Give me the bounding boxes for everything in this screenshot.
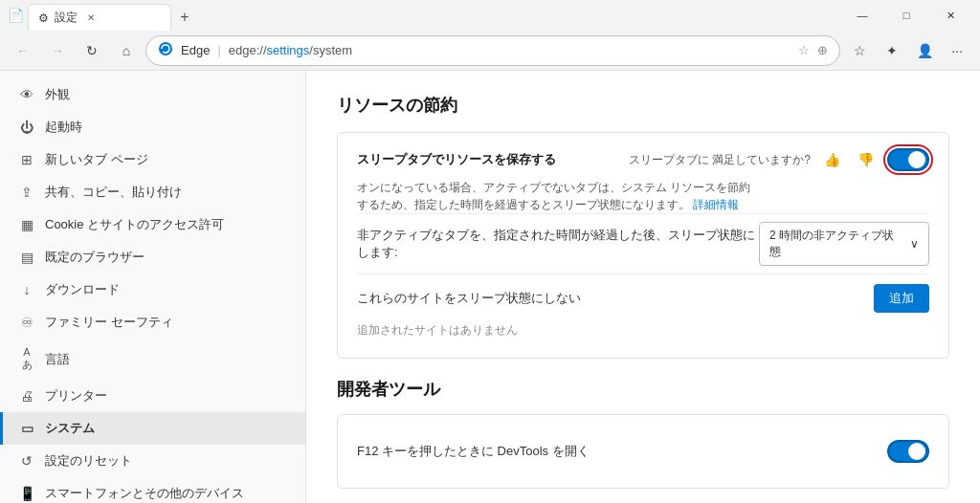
- sidebar-item-family[interactable]: ♾ ファミリー セーフティ: [0, 306, 305, 339]
- thumbs-up-button[interactable]: 👍: [820, 150, 844, 169]
- sidebar-item-smartphone-label: スマートフォンとその他のデバイス: [45, 485, 244, 502]
- thumbs-down-button[interactable]: 👎: [854, 150, 878, 169]
- sidebar-item-smartphone[interactable]: 📱 スマートフォンとその他のデバイス: [0, 477, 305, 503]
- browser-default-icon: ▤: [18, 250, 35, 265]
- back-button[interactable]: ←: [8, 35, 38, 66]
- sidebar-item-appearance-label: 外観: [45, 86, 70, 103]
- address-bar[interactable]: Edge | edge://settings/system ☆ ⊕: [145, 35, 840, 66]
- reset-icon: ↺: [18, 453, 35, 469]
- sidebar-item-newtab[interactable]: ⊞ 新しいタブ ページ: [0, 143, 305, 176]
- inactive-tab-row: 非アクティブなタブを、指定された時間が経過した後、スリープ状態にします: 2 時…: [357, 213, 929, 273]
- address-separator: |: [217, 43, 220, 57]
- navbar: ← → ↻ ⌂ Edge | edge://settings/system ☆ …: [0, 31, 980, 71]
- cookies-icon: ▦: [18, 217, 35, 232]
- newtab-icon: ⊞: [18, 152, 35, 167]
- address-bar-actions: ☆ ⊕: [798, 43, 828, 57]
- sleep-tab-description: オンになっている場合、アクティブでないタブは、システム リソースを節約するため、…: [357, 179, 759, 213]
- sidebar-item-cookies[interactable]: ▦ Cookie とサイトのアクセス許可: [0, 208, 305, 241]
- dropdown-arrow-icon: ∨: [910, 237, 919, 251]
- sidebar-item-appearance[interactable]: 👁 外観: [0, 78, 305, 111]
- forward-button[interactable]: →: [42, 35, 73, 66]
- dev-section-title: 開発者ツール: [337, 378, 949, 401]
- system-icon: ▭: [18, 421, 35, 436]
- devtools-toggle[interactable]: [887, 440, 929, 463]
- svg-point-0: [159, 42, 172, 55]
- sidebar: 👁 外観 ⏻ 起動時 ⊞ 新しいタブ ページ ⇪ 共有、コピー、貼り付け ▦ C…: [0, 71, 306, 503]
- browser-icon: 📄: [8, 8, 24, 23]
- refresh-button[interactable]: ↻: [77, 35, 107, 66]
- home-button[interactable]: ⌂: [111, 35, 142, 66]
- sidebar-item-browser-label: 既定のブラウザー: [45, 249, 145, 266]
- devtools-card: F12 キーを押したときに DevTools を開く: [337, 414, 949, 489]
- inactive-tab-dropdown[interactable]: 2 時間の非アクティブ状態 ∨: [759, 222, 929, 266]
- titlebar: 📄 ⚙ 設定 ✕ + — □ ✕: [0, 0, 980, 31]
- downloads-icon: ↓: [18, 282, 35, 297]
- nav-right-buttons: ☆ ✦ 👤 ···: [844, 35, 972, 66]
- sidebar-item-share-label: 共有、コピー、貼り付け: [45, 184, 182, 201]
- url-display: edge://settings/system: [229, 43, 352, 57]
- sidebar-item-startup[interactable]: ⏻ 起動時: [0, 111, 305, 143]
- active-tab[interactable]: ⚙ 設定 ✕: [28, 4, 171, 31]
- close-button[interactable]: ✕: [928, 0, 972, 31]
- sidebar-item-share[interactable]: ⇪ 共有、コピー、貼り付け: [0, 176, 305, 208]
- tab-bar: ⚙ 設定 ✕ +: [28, 0, 840, 31]
- favorites-icon[interactable]: ☆: [798, 43, 810, 57]
- read-aloud-icon[interactable]: ⊕: [817, 43, 828, 57]
- tab-title: 設定: [55, 10, 78, 26]
- minimize-button[interactable]: —: [840, 0, 884, 31]
- sidebar-item-reset[interactable]: ↺ 設定のリセット: [0, 445, 305, 477]
- inactive-tab-label: 非アクティブなタブを、指定された時間が経過した後、スリープ状態にします:: [357, 227, 759, 261]
- sidebar-item-reset-label: 設定のリセット: [45, 452, 132, 470]
- satisfaction-text: スリープタブに 満足していますか?: [629, 152, 811, 168]
- sleep-tab-header-row: スリープタブでリソースを保存する スリープタブに 満足していますか? 👍 👎: [357, 148, 929, 171]
- appearance-icon: 👁: [18, 87, 35, 102]
- sidebar-item-browser[interactable]: ▤ 既定のブラウザー: [0, 241, 305, 273]
- profile-button[interactable]: 👤: [909, 35, 940, 66]
- edge-label: Edge: [181, 43, 210, 57]
- printer-icon: 🖨: [18, 388, 35, 404]
- startup-icon: ⏻: [18, 120, 35, 135]
- sidebar-item-printer[interactable]: 🖨 プリンター: [0, 380, 305, 412]
- sleep-tab-controls: スリープタブに 満足していますか? 👍 👎: [629, 148, 929, 171]
- language-icon: Aあ: [18, 346, 35, 372]
- resource-section-title: リソースの節約: [337, 94, 949, 117]
- sidebar-item-family-label: ファミリー セーフティ: [45, 314, 173, 331]
- sleep-tab-title: スリープタブでリソースを保存する: [357, 151, 556, 168]
- sidebar-item-startup-label: 起動時: [45, 119, 82, 136]
- content-area: リソースの節約 スリープタブでリソースを保存する スリープタブに 満足しています…: [306, 71, 980, 503]
- devtools-row: F12 キーを押したときに DevTools を開く: [357, 430, 929, 472]
- details-link[interactable]: 詳細情報: [693, 198, 739, 211]
- tab-icon: ⚙: [38, 11, 49, 25]
- tab-close-button[interactable]: ✕: [83, 11, 99, 26]
- sidebar-item-printer-label: プリンター: [45, 387, 107, 405]
- family-icon: ♾: [18, 315, 35, 330]
- share-icon: ⇪: [18, 185, 35, 200]
- new-tab-button[interactable]: +: [171, 4, 198, 31]
- maximize-button[interactable]: □: [884, 0, 928, 31]
- main-layout: 👁 外観 ⏻ 起動時 ⊞ 新しいタブ ページ ⇪ 共有、コピー、貼り付け ▦ C…: [0, 71, 980, 503]
- sleep-tab-toggle[interactable]: [887, 148, 929, 171]
- sidebar-item-cookies-label: Cookie とサイトのアクセス許可: [45, 216, 224, 233]
- sites-row: これらのサイトをスリープ状態にしない 追加: [357, 273, 929, 318]
- smartphone-icon: 📱: [18, 486, 35, 501]
- sidebar-item-language[interactable]: Aあ 言語: [0, 339, 305, 380]
- add-site-button[interactable]: 追加: [874, 284, 929, 313]
- collections-button[interactable]: ✦: [877, 35, 907, 66]
- sidebar-item-system-label: システム: [45, 420, 95, 437]
- window-controls: — □ ✕: [840, 0, 972, 31]
- toggle-knob: [908, 151, 925, 168]
- sidebar-item-downloads[interactable]: ↓ ダウンロード: [0, 273, 305, 306]
- sites-label: これらのサイトをスリープ状態にしない: [357, 290, 581, 307]
- sidebar-item-newtab-label: 新しいタブ ページ: [45, 151, 148, 168]
- edge-logo: [158, 41, 173, 59]
- sidebar-item-language-label: 言語: [45, 351, 70, 368]
- favorites-button[interactable]: ☆: [844, 35, 875, 66]
- devtools-label: F12 キーを押したときに DevTools を開く: [357, 443, 590, 460]
- no-sites-text: 追加されたサイトはありません: [357, 318, 929, 342]
- more-button[interactable]: ···: [942, 35, 972, 66]
- sleep-tab-card: スリープタブでリソースを保存する スリープタブに 満足していますか? 👍 👎 オ…: [337, 132, 949, 359]
- dropdown-value: 2 時間の非アクティブ状態: [769, 228, 904, 260]
- sidebar-item-downloads-label: ダウンロード: [45, 281, 120, 298]
- sidebar-item-system[interactable]: ▭ システム: [0, 412, 305, 445]
- devtools-toggle-knob: [908, 443, 925, 460]
